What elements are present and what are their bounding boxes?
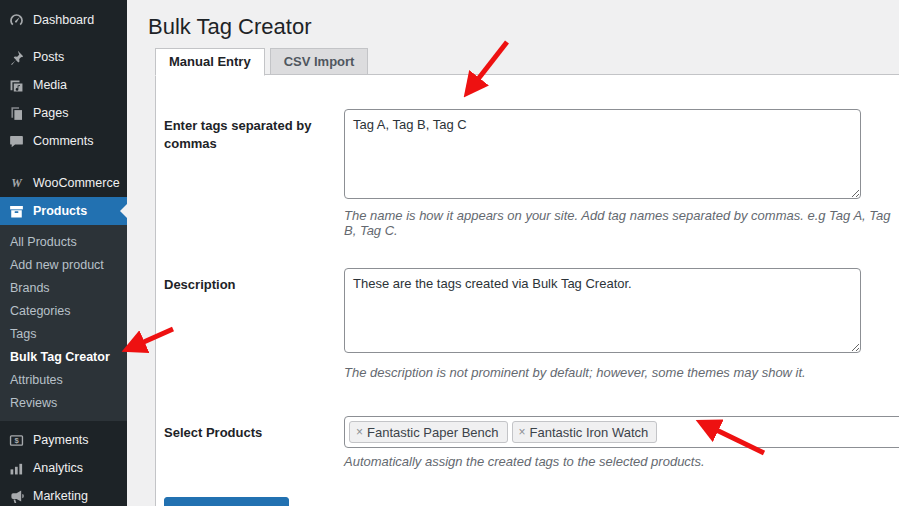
woocommerce-icon: W — [8, 175, 25, 192]
sidebar-item-analytics[interactable]: Analytics — [0, 454, 127, 482]
sidebar-item-add-new-product[interactable]: Add new product — [0, 254, 127, 277]
comment-icon — [8, 133, 25, 150]
svg-text:$: $ — [14, 436, 19, 445]
sidebar-item-products[interactable]: Products — [0, 197, 127, 225]
sidebar-item-woocommerce[interactable]: W WooCommerce — [0, 169, 127, 197]
analytics-icon — [8, 460, 25, 477]
sidebar-item-payments[interactable]: $ Payments — [0, 426, 127, 454]
sidebar-item-label: Pages — [33, 106, 68, 120]
select-products-help-text: Automatically assign the created tags to… — [344, 454, 899, 469]
sidebar-item-posts[interactable]: Posts — [0, 43, 127, 71]
sidebar-item-brands[interactable]: Brands — [0, 277, 127, 300]
sidebar-item-label: Comments — [33, 134, 93, 148]
sidebar-item-media[interactable]: Media — [0, 71, 127, 99]
svg-text:W: W — [11, 176, 23, 190]
sidebar-item-dashboard[interactable]: Dashboard — [0, 6, 127, 34]
media-icon — [8, 77, 25, 94]
pages-icon — [8, 105, 25, 122]
sidebar-bottom: $ Payments Analytics Marketing — [0, 421, 127, 506]
product-multiselect[interactable]: × Fantastic Paper Bench × Fantastic Iron… — [344, 416, 899, 448]
sidebar-item-bulk-tag-creator[interactable]: Bulk Tag Creator — [0, 346, 127, 369]
tab-manual-entry[interactable]: Manual Entry — [155, 48, 265, 76]
sidebar-item-all-products[interactable]: All Products — [0, 231, 127, 254]
tags-input[interactable]: Tag A, Tag B, Tag C — [344, 109, 861, 199]
remove-chip-icon[interactable]: × — [519, 426, 526, 438]
products-icon — [8, 203, 25, 220]
payments-icon: $ — [8, 432, 25, 449]
sidebar-item-label: Payments — [33, 433, 89, 447]
tab-csv-import[interactable]: CSV Import — [270, 48, 369, 75]
chip-label: Fantastic Paper Bench — [367, 425, 499, 440]
sidebar-item-categories[interactable]: Categories — [0, 300, 127, 323]
sidebar-item-label: WooCommerce — [33, 176, 120, 190]
manual-entry-panel: Enter tags separated by commas Tag A, Ta… — [155, 74, 899, 506]
description-field-label: Description — [164, 268, 344, 294]
sidebar-item-marketing[interactable]: Marketing — [0, 482, 127, 506]
sidebar-item-reviews[interactable]: Reviews — [0, 392, 127, 415]
sidebar-separator — [0, 34, 127, 43]
sidebar-item-label: Media — [33, 78, 67, 92]
sidebar-item-pages[interactable]: Pages — [0, 99, 127, 127]
tags-help-text: The name is how it appears on your site.… — [344, 208, 899, 238]
sidebar-item-attributes[interactable]: Attributes — [0, 369, 127, 392]
sidebar-item-label: Dashboard — [33, 13, 94, 27]
remove-chip-icon[interactable]: × — [356, 426, 363, 438]
wp-admin-bulk-tag-creator: { "colors": { "accent_blue": "#2271b1", … — [0, 0, 899, 506]
sidebar-item-label: Analytics — [33, 461, 83, 475]
tags-field-row: Enter tags separated by commas Tag A, Ta… — [164, 109, 899, 238]
tags-field-label: Enter tags separated by commas — [164, 109, 344, 152]
bulk-create-tags-button[interactable]: Bulk Create Tags — [164, 497, 289, 506]
sidebar-item-label: Posts — [33, 50, 64, 64]
description-field-row: Description These are the tags created v… — [164, 268, 899, 380]
description-help-text: The description is not prominent by defa… — [344, 365, 899, 380]
page-title: Bulk Tag Creator — [127, 0, 899, 42]
description-input[interactable]: These are the tags created via Bulk Tag … — [344, 268, 861, 353]
admin-sidebar: Dashboard Posts Media Pages Comments W W… — [0, 0, 127, 506]
tab-bar: Manual Entry CSV Import — [155, 48, 368, 76]
main-content: Bulk Tag Creator Manual Entry CSV Import… — [127, 0, 899, 506]
sidebar-separator — [0, 155, 127, 169]
pin-icon — [8, 49, 25, 66]
sidebar-item-label: Marketing — [33, 489, 88, 503]
dashboard-icon — [8, 12, 25, 29]
selected-product-chip: × Fantastic Paper Bench — [349, 421, 508, 443]
products-submenu: All Products Add new product Brands Cate… — [0, 225, 127, 421]
current-menu-notch — [113, 204, 127, 218]
sidebar-item-label: Products — [33, 204, 87, 218]
selected-product-chip: × Fantastic Iron Watch — [512, 421, 658, 443]
chip-label: Fantastic Iron Watch — [530, 425, 649, 440]
sidebar-item-comments[interactable]: Comments — [0, 127, 127, 155]
select-products-label: Select Products — [164, 416, 344, 442]
sidebar-item-tags[interactable]: Tags — [0, 323, 127, 346]
marketing-icon — [8, 488, 25, 505]
select-products-row: Select Products × Fantastic Paper Bench … — [164, 416, 899, 469]
